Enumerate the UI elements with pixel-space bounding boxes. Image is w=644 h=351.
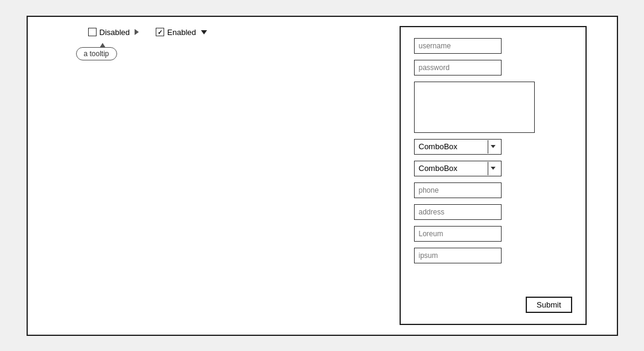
combobox-1-label: ComboBox [419, 142, 457, 151]
disabled-label: Disabled [100, 28, 130, 37]
enabled-checkbox-group[interactable]: Enabled [156, 28, 207, 37]
submit-button[interactable]: Submit [526, 297, 572, 313]
combobox-2-arrow [488, 162, 499, 175]
combobox-2-label: ComboBox [419, 164, 457, 173]
combobox-1-arrow-icon [491, 145, 496, 148]
loreum-input[interactable] [414, 226, 502, 242]
password-input[interactable] [414, 60, 502, 76]
disabled-checkbox-group[interactable]: Disabled [88, 28, 139, 37]
tooltip-text: a tooltip [84, 50, 109, 58]
combobox-2[interactable]: ComboBox [414, 161, 502, 176]
top-controls-bar: Disabled Enabled [88, 28, 207, 37]
combobox-1-arrow [488, 140, 499, 153]
enabled-arrow-icon [201, 30, 207, 34]
disabled-arrow-icon [135, 29, 139, 35]
submit-row: Submit [414, 297, 572, 313]
username-input[interactable] [414, 38, 502, 54]
phone-input[interactable] [414, 182, 502, 198]
form-panel: ComboBox ComboBox Submit [400, 26, 587, 325]
address-input[interactable] [414, 204, 502, 220]
enabled-checkbox[interactable] [156, 28, 164, 36]
disabled-checkbox[interactable] [88, 28, 97, 36]
combobox-2-arrow-icon [491, 167, 496, 170]
message-textarea[interactable] [414, 82, 535, 133]
tooltip-bubble: a tooltip [76, 47, 117, 60]
outer-container: Disabled Enabled a tooltip ComboBox [27, 16, 618, 336]
ipsum-input[interactable] [414, 248, 502, 263]
enabled-label: Enabled [167, 28, 196, 37]
combobox-1[interactable]: ComboBox [414, 139, 502, 155]
